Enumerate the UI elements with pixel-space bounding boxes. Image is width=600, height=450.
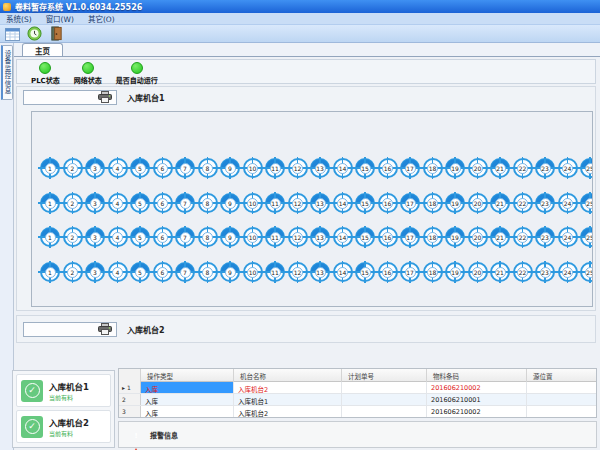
reel-slot-4-21[interactable]: 21: [490, 262, 510, 282]
reel-slot-4-11[interactable]: 11: [265, 262, 285, 282]
reel-slot-1-11[interactable]: 11: [265, 158, 285, 178]
reel-slot-3-14[interactable]: 14: [333, 227, 353, 247]
menu-item-0[interactable]: 系统(S): [6, 13, 32, 24]
reel-slot-3-24[interactable]: 24: [558, 227, 578, 247]
reel-slot-1-3[interactable]: 3: [85, 158, 105, 178]
reel-slot-2-21[interactable]: 21: [490, 193, 510, 213]
reel-slot-3-4[interactable]: 4: [108, 227, 128, 247]
reel-slot-3-16[interactable]: 16: [378, 227, 398, 247]
menu-item-2[interactable]: 其它(O): [88, 13, 115, 24]
table-cell[interactable]: 201606210002: [427, 382, 527, 393]
reel-slot-1-14[interactable]: 14: [333, 158, 353, 178]
calendar-icon[interactable]: [4, 26, 21, 42]
reel-slot-1-2[interactable]: 2: [63, 158, 83, 178]
table-cell[interactable]: 201606210001: [427, 394, 527, 405]
reel-slot-3-13[interactable]: 13: [310, 227, 330, 247]
reel-slot-2-13[interactable]: 13: [310, 193, 330, 213]
reel-slot-4-7[interactable]: 7: [175, 262, 195, 282]
table-cell[interactable]: 入库: [141, 394, 234, 405]
operations-table[interactable]: 操作类型机台名称计划单号物料条码源位置▸ 1入库入库机台220160621000…: [118, 368, 597, 418]
alarm-bar[interactable]: ! 报警信息: [118, 421, 597, 448]
reel-slot-3-3[interactable]: 3: [85, 227, 105, 247]
reel-slot-2-20[interactable]: 20: [468, 193, 488, 213]
table-cell[interactable]: 入库: [141, 382, 234, 393]
reel-slot-1-10[interactable]: 10: [243, 158, 263, 178]
reel-slot-1-5[interactable]: 5: [130, 158, 150, 178]
reel-slot-2-7[interactable]: 7: [175, 193, 195, 213]
reel-slot-2-24[interactable]: 24: [558, 193, 578, 213]
reel-slot-4-12[interactable]: 12: [288, 262, 308, 282]
reel-slot-4-1[interactable]: 1: [40, 262, 60, 282]
reel-slot-3-25[interactable]: 25: [580, 227, 593, 247]
column-header-1[interactable]: 机台名称: [234, 369, 342, 382]
column-header-0[interactable]: 操作类型: [141, 369, 234, 382]
reel-slot-1-12[interactable]: 12: [288, 158, 308, 178]
machine-card-1[interactable]: ✓入库机台1当前有料: [16, 374, 111, 407]
table-cell[interactable]: 入库机台2: [234, 406, 342, 417]
reel-slot-2-14[interactable]: 14: [333, 193, 353, 213]
reel-slot-2-1[interactable]: 1: [40, 193, 60, 213]
reel-slot-1-18[interactable]: 18: [423, 158, 443, 178]
tab-home[interactable]: 主页: [22, 43, 63, 56]
reel-slot-2-19[interactable]: 19: [445, 193, 465, 213]
reel-slot-4-2[interactable]: 2: [63, 262, 83, 282]
table-cell[interactable]: 入库机台2: [234, 382, 342, 393]
reel-slot-2-4[interactable]: 4: [108, 193, 128, 213]
table-cell[interactable]: [527, 406, 597, 417]
reel-slot-3-8[interactable]: 8: [198, 227, 218, 247]
reel-slot-4-5[interactable]: 5: [130, 262, 150, 282]
table-cell[interactable]: [342, 406, 427, 417]
reel-slot-4-19[interactable]: 19: [445, 262, 465, 282]
reel-slot-2-8[interactable]: 8: [198, 193, 218, 213]
reel-slot-4-13[interactable]: 13: [310, 262, 330, 282]
reel-slot-3-23[interactable]: 23: [535, 227, 555, 247]
reel-slot-2-16[interactable]: 16: [378, 193, 398, 213]
reel-slot-1-21[interactable]: 21: [490, 158, 510, 178]
reel-slot-4-15[interactable]: 15: [355, 262, 375, 282]
reel-slot-1-17[interactable]: 17: [400, 158, 420, 178]
table-cell[interactable]: [342, 382, 427, 393]
reel-slot-3-2[interactable]: 2: [63, 227, 83, 247]
reel-slot-3-21[interactable]: 21: [490, 227, 510, 247]
reel-slot-1-23[interactable]: 23: [535, 158, 555, 178]
table-cell[interactable]: 201606210002: [427, 406, 527, 417]
reel-slot-4-17[interactable]: 17: [400, 262, 420, 282]
reel-slot-3-1[interactable]: 1: [40, 227, 60, 247]
reel-slot-4-20[interactable]: 20: [468, 262, 488, 282]
reel-slot-2-5[interactable]: 5: [130, 193, 150, 213]
reel-slot-3-18[interactable]: 18: [423, 227, 443, 247]
column-header-4[interactable]: 源位置: [527, 369, 597, 382]
reel-slot-4-9[interactable]: 9: [220, 262, 240, 282]
reel-slot-3-7[interactable]: 7: [175, 227, 195, 247]
reel-slot-3-15[interactable]: 15: [355, 227, 375, 247]
reel-slot-3-22[interactable]: 22: [513, 227, 533, 247]
reel-slot-1-22[interactable]: 22: [513, 158, 533, 178]
table-row[interactable]: ▸ 1入库入库机台2201606210002: [119, 382, 597, 394]
column-header-3[interactable]: 物料条码: [427, 369, 527, 382]
reel-slot-3-10[interactable]: 10: [243, 227, 263, 247]
reel-slot-2-23[interactable]: 23: [535, 193, 555, 213]
reel-slot-4-6[interactable]: 6: [153, 262, 173, 282]
reel-slot-1-24[interactable]: 24: [558, 158, 578, 178]
reel-slot-1-13[interactable]: 13: [310, 158, 330, 178]
reel-slot-3-19[interactable]: 19: [445, 227, 465, 247]
reel-slot-4-24[interactable]: 24: [558, 262, 578, 282]
reel-slot-3-12[interactable]: 12: [288, 227, 308, 247]
table-cell[interactable]: [527, 382, 597, 393]
reel-slot-1-1[interactable]: 1: [40, 158, 60, 178]
exit-icon[interactable]: [48, 26, 65, 42]
reel-slot-2-6[interactable]: 6: [153, 193, 173, 213]
reel-slot-3-20[interactable]: 20: [468, 227, 488, 247]
reel-slot-3-6[interactable]: 6: [153, 227, 173, 247]
reel-slot-4-18[interactable]: 18: [423, 262, 443, 282]
table-row[interactable]: 2入库入库机台1201606210001: [119, 394, 597, 406]
reel-slot-2-22[interactable]: 22: [513, 193, 533, 213]
table-cell[interactable]: [342, 394, 427, 405]
reel-slot-1-15[interactable]: 15: [355, 158, 375, 178]
reel-slot-1-7[interactable]: 7: [175, 158, 195, 178]
reel-slot-2-9[interactable]: 9: [220, 193, 240, 213]
reel-slot-4-16[interactable]: 16: [378, 262, 398, 282]
machine-card-2[interactable]: ✓入库机台2当前有料: [16, 410, 111, 443]
reel-slot-4-22[interactable]: 22: [513, 262, 533, 282]
reel-slot-3-5[interactable]: 5: [130, 227, 150, 247]
